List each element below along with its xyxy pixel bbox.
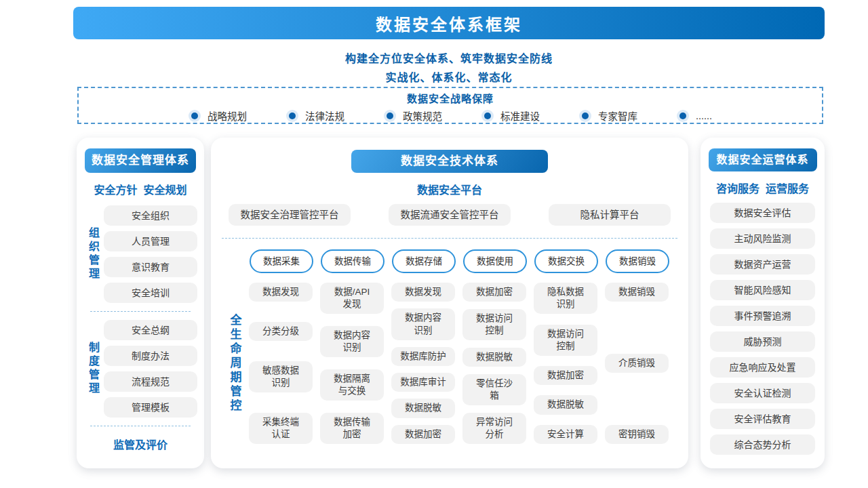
strategy-title: 数据安全战略保障 [79,91,822,105]
strategy-item: 战略规划 [189,108,247,123]
lifecycle-column: 数据/API 发现数据内容 识别数据隔离 与交换数据传输 加密 [320,283,384,444]
lifecycle-grid: 全生命周期管控 数据发现分类分级敏感数据 识别采集终端 认证数据/API 发现数… [220,283,688,444]
operations-item: 应急响应及处置 [710,357,815,378]
management-item: 安全总纲 [104,320,197,340]
lifecycle-item: 数据脱敏 [391,399,455,418]
operations-item: 威胁预测 [710,331,815,352]
strategy-item: 法律法规 [286,108,344,123]
lifecycle-item: 数据销毁 [605,283,669,302]
platform-row: 数据安全治理管控平台数据流通安全管控平台隐私计算平台 [211,204,688,226]
bullet-icon [579,110,591,122]
strategy-assurance-box: 数据安全战略保障 战略规划法律法规政策规范标准建设专家智库...... [77,87,823,124]
platform-title: 数据安全平台 [211,181,688,197]
operations-item: 事件预警追溯 [710,306,815,326]
stage-pill: 数据销毁 [606,249,669,273]
lifecycle-item: 数据库防护 [391,347,455,366]
operations-items: 数据安全评估主动风险监测数据资产运营智能风险感知事件预警追溯威胁预测应急响应及处… [710,203,815,455]
management-system-panel: 数据安全管理体系 安全方针 安全规划 组织管理 安全组织人员管理意识教育安全培训… [77,138,204,468]
lifecycle-item: 数据加密 [462,283,526,302]
operations-item: 数据资产运营 [710,254,815,274]
platform-pill: 隐私计算平台 [549,204,671,226]
lifecycle-item: 数据发现 [249,283,313,302]
lifecycle-item: 隐私数据 识别 [534,283,597,314]
lifecycle-item: 敏感数据 识别 [249,361,313,392]
stage-pill: 数据存储 [392,249,456,273]
lifecycle-item: 数据访问 控制 [534,325,597,356]
lifecycle-column: 数据发现分类分级敏感数据 识别采集终端 认证 [249,283,313,444]
strategy-item-label: 政策规范 [403,108,442,123]
bullet-icon [286,110,298,122]
operations-item: 安全认证检测 [710,383,815,403]
strategy-item: ...... [677,110,712,122]
divider [90,311,191,312]
lifecycle-stage-row: 数据采集数据传输数据存储数据使用数据交换数据销毁 [250,249,688,273]
lifecycle-item: 数据访问 控制 [462,309,526,340]
data-security-framework-diagram: 数据安全体系框架 构建全方位安全体系、筑牢数据安全防线 实战化、体系化、常态化 … [0,0,868,488]
technology-panel-title: 数据安全技术体系 [351,150,548,173]
operations-item: 数据安全评估 [710,203,815,223]
operations-item: 智能风险感知 [710,280,815,300]
page-title: 数据安全体系框架 [73,7,825,39]
divider [90,426,191,426]
lifecycle-item: 数据脱敏 [534,395,597,414]
management-item: 人员管理 [104,231,197,251]
stage-pill: 数据传输 [321,249,384,273]
lifecycle-item: 零信任沙 箱 [462,374,526,405]
bullet-icon [677,110,689,122]
org-management-items: 安全组织人员管理意识教育安全培训 [104,205,197,303]
bullet-icon [481,110,494,122]
strategy-item-label: 战略规划 [208,108,247,123]
subtitle-line-2: 实战化、体系化、常态化 [73,68,825,85]
lifecycle-item: 数据内容 识别 [391,308,455,340]
strategy-item-label: ...... [696,110,712,121]
divider [222,238,677,239]
lifecycle-item: 密钥销毁 [605,425,669,444]
lifecycle-item: 数据库审计 [391,373,455,392]
lifecycle-item: 数据隔离 与交换 [320,369,384,401]
subtitle-line-1: 构建全方位安全体系、筑牢数据安全防线 [73,49,825,66]
lifecycle-column: 数据发现数据内容 识别数据库防护数据库审计数据脱敏数据加密 [391,283,455,444]
org-management-section: 组织管理 安全组织人员管理意识教育安全培训 [85,205,197,303]
management-panel-title: 数据安全管理体系 [85,148,196,173]
policy-management-label: 制度管理 [85,342,101,396]
strategy-item: 标准建设 [481,108,540,123]
operations-item: 综合态势分析 [710,434,815,455]
operations-subtitle: 咨询服务 运营服务 [701,180,825,196]
management-item: 安全组织 [104,205,197,226]
lifecycle-column: 数据加密数据访问 控制数据脱敏零信任沙 箱异常访问 分析 [462,283,526,444]
strategy-item: 专家智库 [579,108,637,123]
lifecycle-label: 全生命周期管控 [226,314,243,413]
bullet-icon [384,110,396,122]
management-item: 安全培训 [104,283,197,303]
stage-pill: 数据交换 [534,249,598,273]
lifecycle-item: 数据脱敏 [462,348,526,367]
lifecycle-item: 数据/API 发现 [320,283,384,314]
platform-pill: 数据安全治理管控平台 [229,204,351,226]
lifecycle-item: 分类分级 [249,322,313,341]
policy-management-items: 安全总纲制度办法流程规范管理模板 [104,320,197,418]
stage-pill: 数据采集 [250,249,313,273]
management-item: 意识教育 [104,257,197,277]
operations-panel-title: 数据安全运营体系 [709,148,817,171]
lifecycle-columns: 数据发现分类分级敏感数据 识别采集终端 认证数据/API 发现数据内容 识别数据… [249,283,669,444]
policy-management-section: 制度管理 安全总纲制度办法流程规范管理模板 [85,320,197,418]
strategy-items-row: 战略规划法律法规政策规范标准建设专家智库...... [79,108,822,123]
lifecycle-item: 异常访问 分析 [462,413,526,444]
strategy-item-label: 标准建设 [500,108,540,123]
bullet-icon [189,110,201,122]
lifecycle-item: 数据内容 识别 [320,326,384,357]
lifecycle-column: 隐私数据 识别数据访问 控制数据加密数据脱敏安全计算 [534,283,597,444]
management-item: 管理模板 [104,397,197,418]
operations-system-panel: 数据安全运营体系 咨询服务 运营服务 数据安全评估主动风险监测数据资产运营智能风… [701,138,825,468]
lifecycle-item: 介质销毁 [605,354,669,373]
lifecycle-column: 数据销毁介质销毁密钥销毁 [605,283,669,444]
lifecycle-item: 安全计算 [534,425,597,444]
lifecycle-item: 数据加密 [534,366,597,385]
management-item: 流程规范 [104,371,197,392]
strategy-item-label: 法律法规 [305,108,344,123]
lifecycle-item: 数据发现 [391,283,455,302]
strategy-item-label: 专家智库 [598,108,637,123]
lifecycle-item: 数据加密 [391,425,455,444]
operations-item: 安全评估教育 [710,409,815,429]
lifecycle-item: 采集终端 认证 [249,413,313,444]
